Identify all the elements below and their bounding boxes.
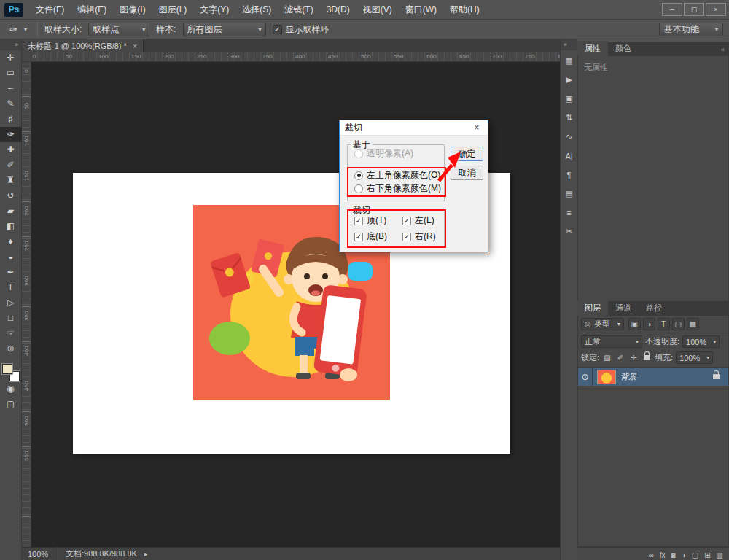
visibility-eye-icon[interactable]: ⊙	[578, 368, 593, 386]
pen-tool[interactable]: ✒	[0, 265, 22, 280]
layer-style-icon[interactable]: fx	[660, 551, 666, 559]
menu-edit[interactable]: 编辑(E)	[71, 0, 113, 19]
lock-position-icon[interactable]: ✛	[628, 352, 639, 363]
dock-tool-presets-icon[interactable]: ⇅	[561, 109, 578, 126]
menu-image[interactable]: 图像(I)	[113, 0, 152, 19]
layer-filter-dropdown[interactable]: ◎ 类型 ▾	[581, 318, 624, 330]
sample-value: 所有图层	[187, 23, 222, 36]
dialog-titlebar[interactable]: 裁切 ×	[340, 120, 488, 136]
healing-brush-tool[interactable]: ✚	[0, 142, 22, 158]
zoom-level-field[interactable]: 100%	[28, 548, 58, 560]
layer-row-background[interactable]: ⊙ 背景	[578, 368, 728, 386]
cancel-button[interactable]: 取消	[451, 166, 483, 180]
filter-smart-objects-icon[interactable]: ▩	[687, 318, 699, 330]
new-layer-icon[interactable]: ⊞	[704, 551, 710, 559]
panel-collapse-icon[interactable]: «	[721, 46, 725, 53]
lock-transparency-icon[interactable]: ▨	[602, 352, 612, 363]
menu-view[interactable]: 视图(V)	[356, 0, 399, 19]
path-selection-tool[interactable]: ▷	[0, 295, 22, 311]
dock-swatches-icon[interactable]: ▤	[561, 185, 578, 202]
ok-button[interactable]: 确定	[451, 147, 483, 161]
dodge-tool[interactable]: ◒	[0, 249, 22, 265]
minimize-button[interactable]: ─	[662, 3, 682, 16]
close-document-icon[interactable]: ×	[133, 42, 137, 50]
menu-3d[interactable]: 3D(D)	[320, 0, 356, 19]
document-tab[interactable]: 未标题-1 @ 100%(RGB/8) * ×	[22, 39, 144, 52]
dock-adjustments-icon[interactable]: ▦	[561, 52, 578, 69]
shape-tool[interactable]: □	[0, 311, 22, 326]
clone-stamp-tool[interactable]: ♜	[0, 173, 22, 188]
blend-mode-dropdown[interactable]: 正常 ▾	[581, 335, 642, 348]
screen-mode-button[interactable]: ▢	[0, 397, 22, 412]
eraser-tool[interactable]: ▰	[0, 203, 22, 219]
sample-size-dropdown[interactable]: 取样点 ▾	[88, 23, 149, 36]
collapse-tools-icon[interactable]: »	[0, 39, 21, 50]
layer-thumbnail[interactable]	[597, 370, 616, 384]
tab-layers[interactable]: 图层	[577, 300, 608, 316]
move-tool[interactable]: ✛	[0, 50, 22, 66]
link-layers-icon[interactable]: ∞	[649, 551, 654, 559]
dock-actions-icon[interactable]: ▶	[561, 71, 578, 88]
sample-dropdown[interactable]: 所有图层 ▾	[183, 23, 266, 36]
checkbox-right[interactable]: ✓ 右(R)	[402, 230, 436, 243]
marquee-tool[interactable]: ▭	[0, 66, 22, 81]
dock-styles-icon[interactable]: ▣	[561, 90, 578, 107]
menu-help[interactable]: 帮助(H)	[443, 0, 486, 19]
menu-file[interactable]: 文件(F)	[29, 0, 71, 19]
radio-bottom-right-pixel-color[interactable]: 右下角像素颜色(M)	[354, 182, 441, 195]
tool-preset-picker[interactable]: ✑ ▾	[6, 22, 31, 37]
crop-tool[interactable]: ♯	[0, 112, 22, 127]
new-group-icon[interactable]: ▢	[692, 551, 698, 559]
opacity-dropdown[interactable]: 100% ▾	[682, 335, 720, 348]
tab-channels[interactable]: 通道	[608, 300, 639, 316]
tab-paths[interactable]: 路径	[639, 300, 669, 316]
checkbox-bottom[interactable]: ✓ 底(B)	[354, 230, 387, 243]
filter-adjustment-layers-icon[interactable]: ◑	[643, 318, 655, 330]
maximize-button[interactable]: ▢	[684, 3, 704, 16]
adjustment-layer-icon[interactable]: ◑	[682, 551, 686, 559]
checkbox-left[interactable]: ✓ 左(L)	[402, 214, 434, 227]
expand-panels-icon[interactable]: «	[561, 39, 577, 50]
brush-tool[interactable]: ✐	[0, 158, 22, 173]
menu-type[interactable]: 文字(Y)	[193, 0, 235, 19]
status-flyout-icon[interactable]: ▸	[144, 551, 148, 558]
checkbox-top[interactable]: ✓ 顶(T)	[354, 214, 386, 227]
dock-character-icon[interactable]: A|	[561, 147, 578, 164]
history-brush-tool[interactable]: ↺	[0, 188, 22, 203]
dock-notes-icon[interactable]: ✂	[561, 223, 578, 240]
show-sampling-ring-checkbox[interactable]: ✓ 显示取样环	[273, 23, 330, 36]
type-tool[interactable]: T	[0, 280, 22, 295]
filter-pixel-layers-icon[interactable]: ▣	[628, 318, 641, 330]
close-button[interactable]: ×	[706, 3, 726, 16]
delete-layer-icon[interactable]: ▥	[717, 551, 723, 559]
lasso-tool[interactable]: ∽	[0, 81, 22, 96]
tab-properties[interactable]: 属性	[577, 41, 608, 56]
quick-selection-tool[interactable]: ✎	[0, 96, 22, 112]
menu-select[interactable]: 选择(S)	[235, 0, 278, 19]
lock-paint-icon[interactable]: ✐	[615, 352, 625, 363]
foreground-color-swatch[interactable]	[2, 364, 12, 374]
filter-type-layers-icon[interactable]: T	[658, 318, 670, 330]
dialog-close-button[interactable]: ×	[471, 122, 483, 133]
menu-window[interactable]: 窗口(W)	[399, 0, 443, 19]
color-swatches[interactable]	[2, 364, 20, 381]
eyedropper-tool[interactable]: ✑	[0, 127, 22, 142]
menu-layer[interactable]: 图层(L)	[152, 0, 194, 19]
gradient-tool[interactable]: ◧	[0, 219, 22, 234]
dock-masks-icon[interactable]: ∿	[561, 128, 578, 145]
quick-mask-button[interactable]: ◉	[0, 381, 22, 397]
menu-filter[interactable]: 滤镜(T)	[278, 0, 319, 19]
workspace-switcher[interactable]: 基本功能 ▾	[659, 23, 723, 36]
fill-dropdown[interactable]: 100% ▾	[676, 351, 713, 364]
filter-shape-layers-icon[interactable]: ▢	[672, 318, 685, 330]
radio-top-left-pixel-color[interactable]: 左上角像素颜色(O)	[354, 169, 440, 182]
vertical-ruler: 050100150200250300350400450500550	[22, 62, 31, 547]
tab-color[interactable]: 颜色	[608, 41, 639, 56]
blur-tool[interactable]: ♦	[0, 234, 22, 249]
zoom-tool[interactable]: ⊕	[0, 341, 22, 357]
dock-paragraph-icon[interactable]: ¶	[561, 166, 578, 183]
add-layer-mask-icon[interactable]: ◙	[671, 551, 676, 559]
hand-tool[interactable]: ☞	[0, 326, 22, 341]
dock-histogram-icon[interactable]: ≡	[561, 204, 578, 221]
lock-all-icon[interactable]	[642, 352, 652, 363]
